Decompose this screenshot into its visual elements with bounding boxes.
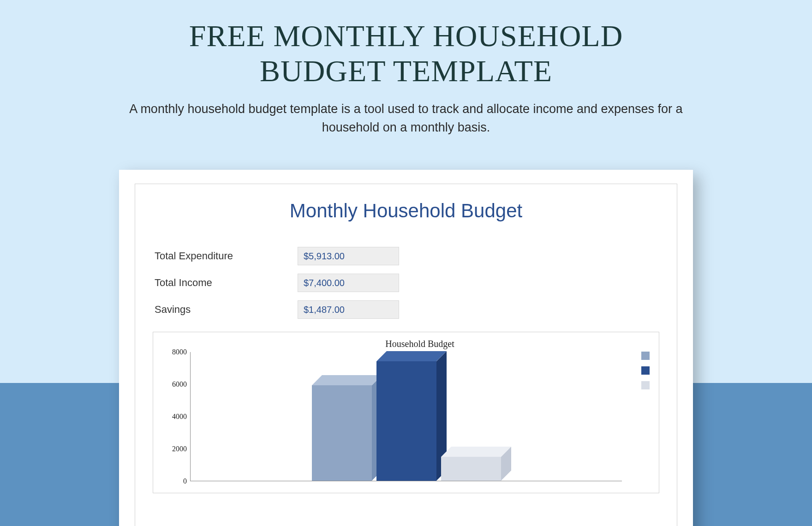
y-tick: 2000 bbox=[161, 445, 187, 453]
document-preview: Monthly Household Budget Total Expenditu… bbox=[119, 170, 693, 526]
y-tick: 8000 bbox=[161, 348, 187, 356]
y-tick: 6000 bbox=[161, 380, 187, 389]
summary-label: Total Income bbox=[155, 277, 298, 289]
chart-bar bbox=[441, 352, 501, 481]
chart-container: Household Budget 02000400060008000 bbox=[153, 332, 659, 493]
bar-front bbox=[312, 385, 372, 481]
title-line-1: FREE MONTHLY HOUSEHOLD bbox=[189, 19, 623, 53]
chart-bar bbox=[376, 352, 436, 481]
chart-bars bbox=[191, 352, 622, 481]
summary-row: Savings $1,487.00 bbox=[155, 300, 659, 319]
legend-swatch bbox=[641, 366, 650, 375]
bar-front bbox=[376, 361, 436, 481]
bar-top bbox=[376, 351, 447, 361]
summary-row: Total Expenditure $5,913.00 bbox=[155, 247, 659, 265]
chart-bar bbox=[312, 352, 372, 481]
chart-area: 02000400060008000 bbox=[190, 352, 650, 481]
document-inner: Monthly Household Budget Total Expenditu… bbox=[135, 184, 677, 526]
legend-swatch bbox=[641, 352, 650, 360]
document-title: Monthly Household Budget bbox=[153, 200, 659, 222]
summary-label: Total Expenditure bbox=[155, 250, 298, 262]
y-tick: 4000 bbox=[161, 412, 187, 421]
summary-row: Total Income $7,400.00 bbox=[155, 274, 659, 292]
page-title: FREE MONTHLY HOUSEHOLD BUDGET TEMPLATE bbox=[0, 18, 812, 89]
y-tick: 0 bbox=[161, 477, 187, 485]
summary-table: Total Expenditure $5,913.00 Total Income… bbox=[155, 247, 659, 319]
summary-value: $7,400.00 bbox=[298, 274, 399, 292]
bar-top bbox=[312, 375, 382, 385]
title-line-2: BUDGET TEMPLATE bbox=[260, 54, 552, 88]
bar-top bbox=[441, 447, 511, 457]
legend-swatch bbox=[641, 381, 650, 389]
page-subtitle: A monthly household budget template is a… bbox=[111, 100, 701, 137]
page-header: FREE MONTHLY HOUSEHOLD BUDGET TEMPLATE A… bbox=[0, 0, 812, 137]
summary-label: Savings bbox=[155, 304, 298, 316]
chart-plot bbox=[190, 352, 622, 481]
summary-value: $1,487.00 bbox=[298, 300, 399, 319]
y-axis: 02000400060008000 bbox=[161, 352, 187, 481]
summary-value: $5,913.00 bbox=[298, 247, 399, 265]
chart-legend bbox=[641, 352, 655, 396]
chart-title: Household Budget bbox=[190, 339, 650, 349]
bar-front bbox=[441, 457, 501, 481]
